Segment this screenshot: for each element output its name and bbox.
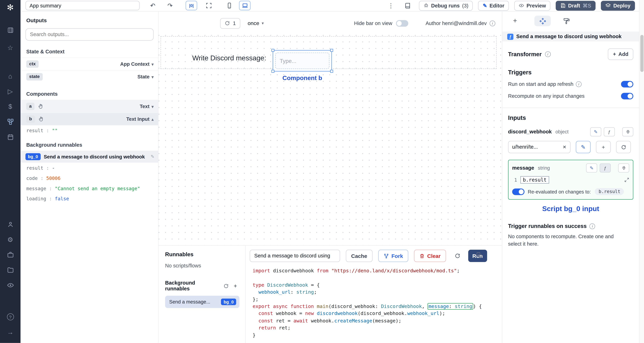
clear-button[interactable]: Clear — [414, 250, 446, 262]
home-icon[interactable]: ⌂ — [0, 68, 20, 84]
clear-label: Clear — [427, 253, 441, 259]
undo-icon[interactable]: ↶ — [147, 1, 158, 10]
add-runnable-button[interactable]: + — [231, 282, 240, 290]
copy-code-icon[interactable] — [476, 252, 482, 258]
info-icon[interactable]: i — [490, 20, 495, 26]
schedules-calendar-icon[interactable] — [0, 130, 20, 144]
bg0-runnable-item[interactable]: Send a message... bg_0 — [165, 296, 240, 308]
folders-icon[interactable] — [0, 262, 20, 278]
fullscreen-icon[interactable] — [203, 1, 214, 10]
style-paintbrush-tab-icon[interactable] — [562, 16, 571, 26]
hide-bar-toggle[interactable] — [396, 20, 408, 26]
chevron-down-icon: ▾ — [262, 21, 264, 26]
refresh-resource-button[interactable] — [616, 141, 631, 153]
scrollbar-thumb[interactable] — [640, 35, 644, 72]
static-edit-pencil-icon[interactable]: ✎ — [586, 164, 597, 172]
refresh-icon[interactable] — [224, 283, 229, 288]
info-icon[interactable]: i — [545, 51, 551, 57]
users-person-icon[interactable] — [0, 217, 20, 232]
collapse-sidebar-icon[interactable]: → — [0, 324, 20, 340]
add-transformer-button[interactable]: + Add — [608, 48, 634, 60]
variables-dollar-icon[interactable]: $ — [0, 99, 20, 114]
expression-fx-icon[interactable]: ƒ — [604, 127, 615, 136]
script-input-annotation: Script bg_0 input — [508, 205, 633, 213]
connect-plug-icon[interactable] — [622, 127, 633, 136]
edit-pencil-icon[interactable]: ✎ — [151, 154, 154, 159]
preview-button[interactable]: Preview — [514, 0, 550, 10]
chevron-up-icon[interactable]: ▴ — [152, 117, 154, 121]
deploy-button[interactable]: Deploy — [601, 0, 635, 10]
windmill-logo-icon[interactable]: ✻ — [7, 2, 14, 13]
mobile-view-icon[interactable] — [224, 1, 235, 10]
app-canvas[interactable]: Write Discord message: Type... Component… — [158, 35, 502, 245]
expression-editor-row[interactable]: 1 b.result — [512, 176, 629, 184]
resource-picker[interactable]: u/henri/te... ✕ — [508, 141, 570, 153]
info-icon[interactable]: i — [576, 82, 582, 87]
editor-button[interactable]: ✎ Editor — [478, 0, 509, 10]
component-b-row[interactable]: b Text Input▴ — [20, 112, 158, 125]
deploy-layers-icon — [606, 3, 611, 8]
clear-x-icon[interactable]: ✕ — [562, 144, 566, 150]
code-editor[interactable]: import discordwebhook from "https://deno… — [246, 266, 502, 342]
app-summary-input[interactable] — [26, 1, 140, 10]
apps-nodes-icon[interactable] — [0, 114, 20, 130]
resize-handle[interactable] — [272, 70, 274, 72]
resize-handle[interactable] — [330, 70, 333, 72]
insert-component-tab-icon[interactable]: + — [510, 16, 520, 26]
audit-eye-icon[interactable] — [0, 278, 20, 293]
reevaluate-toggle[interactable] — [512, 188, 524, 195]
cache-button[interactable]: Cache — [346, 250, 372, 262]
static-edit-pencil-icon[interactable]: ✎ — [590, 127, 601, 136]
hide-bar-label: Hide bar on view — [354, 20, 392, 26]
component-settings-tab-icon[interactable] — [534, 16, 551, 26]
create-resource-plus-button[interactable]: + — [596, 141, 611, 153]
component-a-row[interactable]: a Text▾ — [20, 100, 158, 112]
runs-play-icon[interactable]: ▷ — [0, 84, 20, 99]
help-icon[interactable]: ? — [0, 309, 20, 324]
kanban-icon[interactable] — [0, 23, 20, 38]
chevron-down-icon[interactable]: ▾ — [152, 62, 154, 66]
fork-button[interactable]: Fork — [378, 250, 408, 262]
selected-component-b[interactable]: Type... — [273, 50, 332, 72]
redo-icon[interactable]: ↷ — [164, 1, 176, 10]
trash-icon — [420, 253, 425, 259]
bg0-runnable-row[interactable]: bg_0 Send a message to discord using web… — [20, 151, 158, 163]
text-input-component[interactable]: Type... — [275, 52, 330, 69]
reevaluate-label: Re-evaluated on changes to: — [528, 189, 591, 194]
debug-runs-button[interactable]: Debug runs (3) — [419, 0, 473, 10]
rerun-refresh-icon[interactable] — [452, 250, 462, 262]
kebab-menu-icon[interactable]: ⋮ — [385, 1, 396, 10]
divider — [502, 108, 639, 108]
star-icon[interactable]: ☆ — [0, 40, 20, 56]
text-component-a[interactable]: Write Discord message: — [192, 54, 266, 62]
ctx-row[interactable]: ctx App Context▾ — [20, 58, 158, 70]
function-badge-icon: ƒ — [507, 34, 514, 40]
message-field-row: message string ✎ ƒ — [512, 164, 629, 172]
recompute-toggle[interactable] — [621, 93, 634, 100]
settings-gear-icon[interactable]: ⚙ — [0, 232, 20, 247]
resize-handle[interactable] — [272, 49, 274, 52]
center-align-icon[interactable]: |0| — [186, 1, 197, 10]
refresh-count-button[interactable]: 1 — [220, 18, 240, 28]
search-outputs-input[interactable] — [26, 28, 154, 41]
edit-resource-pencil-button[interactable]: ✎ — [576, 141, 591, 153]
expand-editor-icon[interactable] — [624, 178, 629, 182]
app-sidebar: ✻ ☆ ⌂ ▷ $ ⚙ ? → — [0, 0, 20, 343]
expression-fx-icon[interactable]: ƒ — [600, 164, 610, 172]
workers-briefcase-icon[interactable] — [0, 247, 20, 262]
run-on-start-toggle[interactable] — [621, 81, 634, 88]
connect-plug-icon[interactable] — [618, 164, 629, 172]
info-icon[interactable]: i — [590, 223, 595, 229]
schedule-select[interactable]: once ▾ — [248, 20, 264, 26]
resize-handle[interactable] — [330, 49, 333, 52]
desktop-view-icon[interactable] — [239, 1, 250, 10]
page-scrollbar[interactable] — [639, 0, 644, 343]
draft-button[interactable]: Draft ⌘S — [556, 0, 596, 10]
docs-book-icon[interactable] — [402, 1, 414, 10]
draft-label: Draft — [568, 3, 580, 8]
chevron-down-icon[interactable]: ▾ — [152, 104, 154, 108]
expression-value[interactable]: b.result — [520, 176, 549, 184]
state-row[interactable]: state State▾ — [20, 70, 158, 83]
chevron-down-icon[interactable]: ▾ — [152, 74, 154, 79]
runnable-tab[interactable]: Send a message to discord using — [250, 250, 340, 262]
